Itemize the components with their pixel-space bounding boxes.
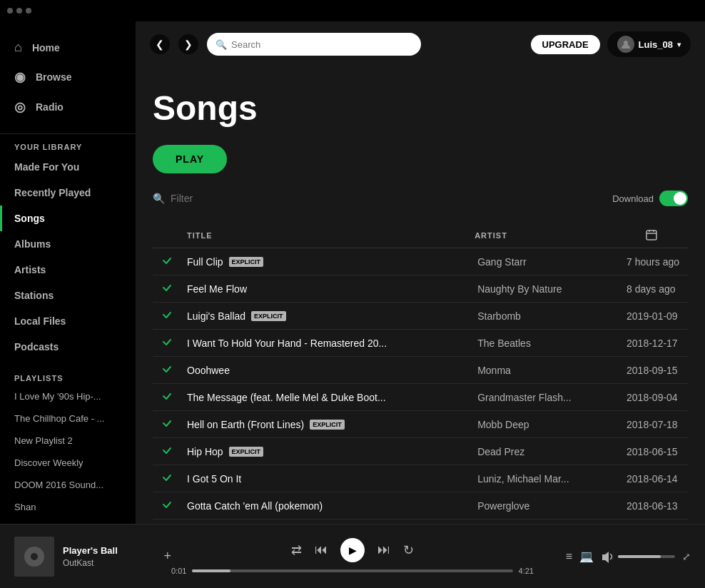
upgrade-button[interactable]: UPGRADE	[531, 35, 600, 54]
repeat-button[interactable]: ↻	[403, 542, 414, 558]
sidebar-item-label-albums: Albums	[14, 238, 51, 250]
user-menu-button[interactable]: Luis_08 ▾	[607, 31, 691, 57]
song-check	[153, 330, 181, 357]
table-row[interactable]: I Want To Hold Your Hand - Remastered 20…	[153, 330, 688, 357]
song-title: Ooohwee	[181, 357, 469, 384]
table-row[interactable]: Full ClipEXPLICITGang Starr7 hours ago	[153, 248, 688, 275]
sidebar-item-artists[interactable]: Artists	[0, 257, 136, 283]
song-date: 8 days ago	[618, 275, 688, 303]
chevron-down-icon: ▾	[677, 41, 681, 49]
song-artist: Gang Starr	[469, 248, 618, 275]
filter-area[interactable]: 🔍	[153, 193, 295, 204]
shuffle-button[interactable]: ⇄	[291, 542, 302, 558]
song-date: 2019-01-09	[618, 303, 688, 330]
player-track-artist: OutKast	[63, 558, 155, 568]
sidebar-item-playlist-1[interactable]: I Love My '90s Hip-...	[0, 385, 136, 407]
song-title: The Message (feat. Melle Mel & Duke Boot…	[181, 384, 469, 411]
progress-track[interactable]	[192, 569, 512, 572]
sidebar: ⌂ Home ◉ Browse ◎ Radio YOUR LIBRARY Mad…	[0, 21, 136, 524]
sidebar-item-label-local-files: Local Files	[14, 315, 66, 327]
table-row[interactable]: Gotta Catch 'em All (pokemon)Powerglove2…	[153, 492, 688, 519]
svg-point-4	[31, 553, 38, 560]
table-row[interactable]: Hip HopEXPLICITDead Prez2018-06-15	[153, 438, 688, 465]
search-input[interactable]	[231, 39, 412, 50]
download-area: Download	[612, 191, 688, 206]
download-toggle[interactable]	[659, 191, 688, 206]
volume-track[interactable]	[618, 555, 675, 558]
play-button[interactable]: PLAY	[153, 145, 227, 173]
song-date: 2018-09-04	[618, 384, 688, 411]
song-check	[153, 492, 181, 519]
song-title: I Got 5 On It	[181, 465, 469, 492]
sidebar-item-label-recently-played: Recently Played	[14, 187, 91, 198]
filter-input[interactable]	[171, 193, 295, 204]
sidebar-item-label-browse: Browse	[36, 71, 72, 83]
queue-button[interactable]: ≡	[566, 550, 572, 563]
device-button[interactable]: 💻	[579, 549, 594, 563]
sidebar-item-albums[interactable]: Albums	[0, 231, 136, 257]
volume-icon[interactable]	[601, 550, 614, 563]
dot-1	[7, 8, 13, 14]
sidebar-item-recently-played[interactable]: Recently Played	[0, 180, 136, 206]
player-add-button[interactable]: +	[163, 549, 171, 564]
songs-table: TITLE ARTIST Full ClipEXPLICITGang Starr…	[153, 223, 688, 524]
sidebar-item-local-files[interactable]: Local Files	[0, 308, 136, 334]
song-title: Hip HopEXPLICIT	[181, 438, 469, 465]
progress-bar-area: 0:01 4:21	[171, 567, 534, 575]
th-calendar	[618, 223, 688, 248]
nav-right: UPGRADE Luis_08 ▾	[531, 31, 691, 57]
song-date: 2018-06-15	[618, 438, 688, 465]
song-check	[153, 275, 181, 303]
song-date: 2018-09-15	[618, 357, 688, 384]
player-left: Player's Ball OutKast +	[14, 537, 171, 577]
sidebar-item-playlist-2[interactable]: The Chillhop Cafe - ...	[0, 407, 136, 430]
sidebar-item-made-for-you[interactable]: Made For You	[0, 154, 136, 180]
sidebar-item-playlist-5[interactable]: DOOM 2016 Sound...	[0, 474, 136, 496]
song-check	[153, 303, 181, 330]
sidebar-item-playlist-4[interactable]: Discover Weekly	[0, 452, 136, 474]
sidebar-item-radio[interactable]: ◎ Radio	[0, 92, 136, 122]
sidebar-item-browse[interactable]: ◉ Browse	[0, 62, 136, 92]
sidebar-item-playlist-6[interactable]: Shan	[0, 496, 136, 518]
back-button[interactable]: ❮	[150, 34, 170, 54]
search-bar[interactable]: 🔍	[207, 33, 421, 56]
explicit-badge: EXPLICIT	[229, 257, 264, 267]
top-bar	[0, 0, 705, 21]
song-artist: Monma	[469, 357, 618, 384]
table-row[interactable]: OoohweeMonma2018-09-15	[153, 357, 688, 384]
browse-icon: ◉	[14, 69, 26, 85]
song-title: Feel Me Flow	[181, 275, 469, 303]
time-total: 4:21	[519, 567, 534, 575]
sidebar-item-label-home: Home	[32, 42, 60, 54]
page-title: Songs	[153, 88, 688, 128]
table-row[interactable]: Hell on Earth (Front Lines)EXPLICITMobb …	[153, 411, 688, 438]
table-row[interactable]: Luigi's BalladEXPLICITStarbomb2019-01-09	[153, 303, 688, 330]
avatar	[617, 36, 634, 53]
play-pause-button[interactable]: ▶	[340, 538, 365, 562]
next-button[interactable]: ⏭	[377, 542, 390, 557]
player-track-info: Player's Ball OutKast	[63, 545, 155, 568]
table-row[interactable]: I Got 5 On ItLuniz, Michael Mar...2018-0…	[153, 465, 688, 492]
song-title: Gotta Catch 'em All (pokemon)	[181, 492, 469, 519]
player-thumbnail	[14, 537, 54, 577]
forward-button[interactable]: ❯	[178, 34, 198, 54]
download-label: Download	[612, 193, 654, 204]
sidebar-item-podcasts[interactable]: Podcasts	[0, 334, 136, 360]
svg-rect-1	[646, 230, 656, 240]
fullscreen-button[interactable]: ⤢	[682, 551, 691, 562]
sidebar-item-playlist-3[interactable]: New Playlist 2	[0, 430, 136, 452]
song-artist: Starbomb	[469, 303, 618, 330]
sidebar-item-stations[interactable]: Stations	[0, 283, 136, 308]
playlists-title: PLAYLISTS	[0, 365, 136, 385]
song-artist: The Beatles	[469, 330, 618, 357]
playlists-section: PLAYLISTS I Love My '90s Hip-... The Chi…	[0, 360, 136, 524]
prev-button[interactable]: ⏮	[315, 542, 328, 557]
explicit-badge: EXPLICIT	[251, 311, 286, 321]
song-check	[153, 357, 181, 384]
sidebar-item-songs[interactable]: Songs	[0, 206, 136, 231]
table-row[interactable]: The Message (feat. Melle Mel & Duke Boot…	[153, 384, 688, 411]
table-row[interactable]: Feel Me FlowNaughty By Nature8 days ago	[153, 275, 688, 303]
song-check	[153, 438, 181, 465]
explicit-badge: EXPLICIT	[229, 447, 264, 457]
sidebar-item-home[interactable]: ⌂ Home	[0, 33, 136, 62]
